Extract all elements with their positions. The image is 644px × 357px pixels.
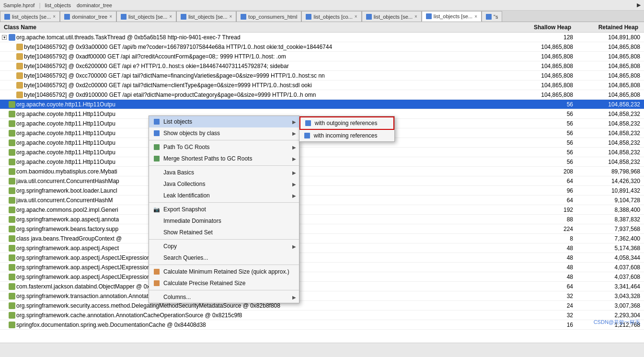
menu-item-leak-identification[interactable]: Leak Identification▶ <box>149 190 299 201</box>
menu-item-java-basics[interactable]: Java Basics▶ <box>149 167 299 178</box>
table-row[interactable]: byte[104865792] @ 0xd9100000 GET /api et… <box>0 90 644 100</box>
menu-separator <box>149 265 299 265</box>
row-class-name: byte[104865792] @ 0xc6200000 GET /api e?… <box>24 63 289 69</box>
menu-item-show-retained-set[interactable]: Show Retained Set <box>149 227 299 238</box>
menu-separator <box>149 239 299 240</box>
table-row[interactable]: org.apache.commons.pool2.impl.Generi1928… <box>0 205 644 215</box>
tab-close-7[interactable]: × <box>474 14 477 19</box>
row-type-icon <box>9 178 15 184</box>
table-row[interactable]: byte[104865792] @ 0xadf00000 GET /api ai… <box>0 52 644 61</box>
row-shallow-heap: 8 <box>510 235 577 242</box>
menu-item-path-to-gc-roots[interactable]: Path To GC Roots▶ <box>149 141 299 153</box>
row-retained-heap: 2,293,304 <box>577 312 644 319</box>
tab-close-0[interactable]: × <box>53 14 56 19</box>
tab-label-5: list_objects [co... <box>313 14 352 20</box>
table-row[interactable]: org.apache.coyote.http11.Http11Outpu5610… <box>0 157 644 167</box>
tab-close-5[interactable]: × <box>355 14 357 19</box>
table-row[interactable]: springfox.documentation.spring.web.Docum… <box>0 320 644 330</box>
table-row[interactable]: org.springframework.security.access.meth… <box>0 301 644 311</box>
menu-item-label-java-collections: Java Collections <box>163 181 205 187</box>
tab-3[interactable]: list_objects [se...× <box>176 11 236 22</box>
tab-5[interactable]: list_objects [co...× <box>301 11 361 22</box>
row-class-name: java.util.concurrent.ConcurrentHashMap <box>16 178 119 184</box>
menu-item-merge-shortest-paths[interactable]: Merge Shortest Paths to GC Roots▶ <box>149 153 299 164</box>
table-row[interactable]: java.util.concurrent.ConcurrentHashMap64… <box>0 176 644 186</box>
table-row[interactable]: org.springframework.beans.factory.supp22… <box>0 224 644 234</box>
table-row[interactable]: org.apache.coyote.http11.Http11Outpu5610… <box>0 100 644 109</box>
row-type-icon <box>9 139 15 146</box>
table-row[interactable]: byte[104865792] @ 0x93a00000 GET /api/b … <box>0 42 644 52</box>
table-row[interactable]: byte[104865792] @ 0xd2c00000 GET /api ta… <box>0 81 644 90</box>
menu-item-label-calc-min-retained: Calculate Minimum Retained Size (quick a… <box>163 268 289 275</box>
row-shallow-heap: 104,865,808 <box>510 72 577 79</box>
toolbar-list-objects-btn[interactable]: list_objects <box>44 2 72 9</box>
tab-8[interactable]: "s <box>482 11 502 22</box>
menu-separator <box>149 140 299 140</box>
submenu-item-icon-with-outgoing-refs <box>304 119 312 127</box>
table-row[interactable]: org.springframework.aop.aspectj.Aspect48… <box>0 243 644 253</box>
row-retained-heap: 104,865,808 <box>577 53 644 60</box>
table-row[interactable]: com.baomidou.mybatisplus.core.Mybati2088… <box>0 167 644 176</box>
table-row[interactable]: org.apache.coyote.http11.Http11Outpu5610… <box>0 148 644 157</box>
tab-6[interactable]: list_objects [se...× <box>362 11 422 22</box>
menu-item-show-objects-by-class[interactable]: Show objects by class▶ <box>149 127 299 139</box>
table-row[interactable]: byte[104865792] @ 0xcc700000 GET /api ta… <box>0 71 644 81</box>
row-class-name: springfox.documentation.spring.web.Docum… <box>16 322 206 328</box>
menu-item-calc-min-retained[interactable]: Calculate Minimum Retained Size (quick a… <box>149 266 299 277</box>
table-row[interactable]: org.springframework.cache.annotation.Ann… <box>0 311 644 320</box>
tab-2[interactable]: list_objects [se...× <box>116 11 176 22</box>
tab-0[interactable]: list_objects [se...× <box>0 11 60 22</box>
table-row[interactable]: org.springframework.aop.aspectj.AspectJE… <box>0 272 644 282</box>
menu-item-label-search-queries: Search Queries... <box>163 254 208 261</box>
menu-item-columns[interactable]: Columns...▶ <box>149 291 299 303</box>
menu-item-label-leak-identification: Leak Identification <box>163 192 210 199</box>
menu-item-search-queries[interactable]: Search Queries... <box>149 252 299 264</box>
table-row[interactable]: org.springframework.boot.loader.Launcl96… <box>0 186 644 196</box>
tab-4[interactable]: top_consumers_html <box>236 11 301 22</box>
row-retained-heap: 104,858,232 <box>577 139 644 146</box>
tab-close-3[interactable]: × <box>230 14 232 19</box>
list-objects-submenu: with outgoing referenceswith incoming re… <box>299 116 395 142</box>
toolbar-sample-btn[interactable]: Sample.hprof <box>2 2 36 9</box>
table-row[interactable]: org.springframework.aop.aspectj.AspectJE… <box>0 263 644 272</box>
tab-close-1[interactable]: × <box>109 14 112 19</box>
toolbar-dominator-tree-btn[interactable]: dominator_tree <box>75 2 114 9</box>
submenu-item-with-incoming-refs[interactable]: with incoming references <box>299 130 394 141</box>
menu-item-calc-precise-retained[interactable]: Calculate Precise Retained Size <box>149 277 299 289</box>
row-class-name: byte[104865792] @ 0xcc700000 GET /api ta… <box>24 72 325 79</box>
submenu-item-with-outgoing-refs[interactable]: with outgoing references <box>299 116 394 130</box>
table-row[interactable]: class java.beans.ThreadGroupContext @87,… <box>0 234 644 243</box>
menu-item-java-collections[interactable]: Java Collections▶ <box>149 178 299 190</box>
menu-item-list-objects[interactable]: List objects▶with outgoing referenceswit… <box>149 116 299 127</box>
table-row[interactable]: byte[104865792] @ 0xc6200000 GET /api e?… <box>0 61 644 71</box>
table-row[interactable]: java.util.concurrent.ConcurrentHashM649,… <box>0 196 644 205</box>
toolbar-more-btn[interactable]: ▶ <box>635 1 642 9</box>
row-retained-heap: 104,865,808 <box>577 44 644 50</box>
tab-1[interactable]: dominator_tree× <box>60 11 116 22</box>
tab-icon-8 <box>486 14 492 20</box>
row-retained-heap: 104,858,232 <box>577 101 644 108</box>
tab-bar: list_objects [se...×dominator_tree×list_… <box>0 11 644 22</box>
row-retained-heap: 4,037,608 <box>577 274 644 280</box>
row-class-name: com.baomidou.mybatisplus.core.Mybati <box>16 168 117 175</box>
table-row[interactable]: org.springframework.aop.aspectj.AspectJE… <box>0 253 644 263</box>
table-row[interactable]: ▾org.apache.tomcat.util.threads.TaskThre… <box>0 33 644 42</box>
table-row[interactable]: com.fasterxml.jackson.databind.ObjectMap… <box>0 282 644 291</box>
row-class-name: org.apache.coyote.http11.Http11Outpu <box>16 120 115 127</box>
row-shallow-heap: 192 <box>510 207 577 213</box>
row-type-icon <box>9 235 15 242</box>
row-class-name: byte[104865792] @ 0xd2c00000 GET /api ta… <box>24 82 312 89</box>
row-retained-heap: 8,388,400 <box>577 207 644 213</box>
expand-icon[interactable]: ▾ <box>2 35 7 40</box>
row-shallow-heap: 208 <box>510 168 577 175</box>
tab-close-6[interactable]: × <box>414 14 417 19</box>
table-row[interactable]: org.springframework.aop.aspectj.annota88… <box>0 215 644 224</box>
row-type-icon <box>9 168 15 175</box>
menu-item-copy[interactable]: Copy▶ <box>149 241 299 252</box>
tab-7[interactable]: list_objects [se...× <box>422 11 482 22</box>
menu-item-immediate-dominators[interactable]: Immediate Dominators <box>149 215 299 227</box>
menu-item-icon-search-queries <box>153 254 161 262</box>
menu-item-export-snapshot[interactable]: 📷Export Snapshot <box>149 204 299 215</box>
table-row[interactable]: org.springframework.transaction.annotati… <box>0 291 644 301</box>
tab-close-2[interactable]: × <box>169 14 172 19</box>
